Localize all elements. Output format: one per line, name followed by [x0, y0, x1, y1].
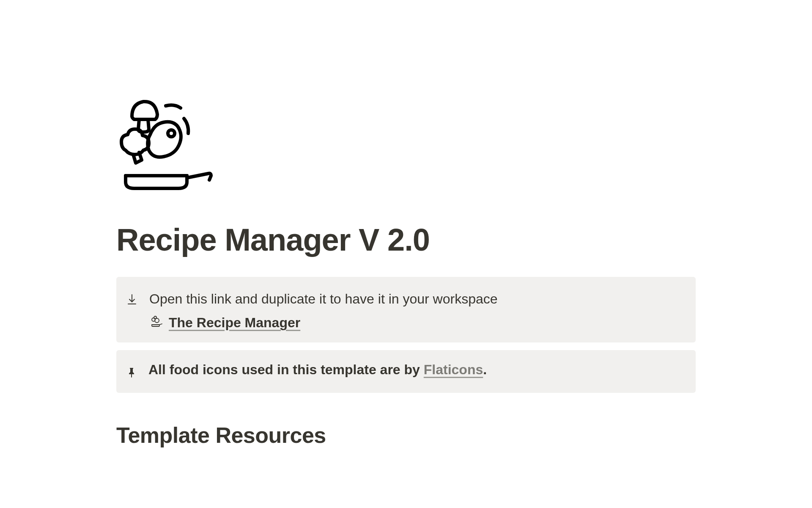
svg-point-0 — [168, 130, 175, 137]
attribution-callout: All food icons used in this template are… — [116, 350, 696, 393]
pin-icon — [127, 364, 136, 381]
attribution-text-before: All food icons used in this template are… — [148, 362, 424, 377]
template-resources-heading: Template Resources — [116, 422, 696, 448]
download-callout: Open this link and duplicate it to have … — [116, 277, 696, 342]
download-callout-text: Open this link and duplicate it to have … — [149, 289, 685, 309]
download-icon — [127, 291, 137, 308]
flaticons-link[interactable]: Flaticons — [424, 362, 483, 377]
svg-point-5 — [154, 316, 156, 319]
page-icon — [113, 93, 696, 196]
recipe-manager-link[interactable]: The Recipe Manager — [169, 315, 300, 331]
page-title: Recipe Manager V 2.0 — [116, 222, 696, 258]
cooking-icon — [149, 315, 163, 330]
attribution-text-after: . — [483, 362, 487, 377]
